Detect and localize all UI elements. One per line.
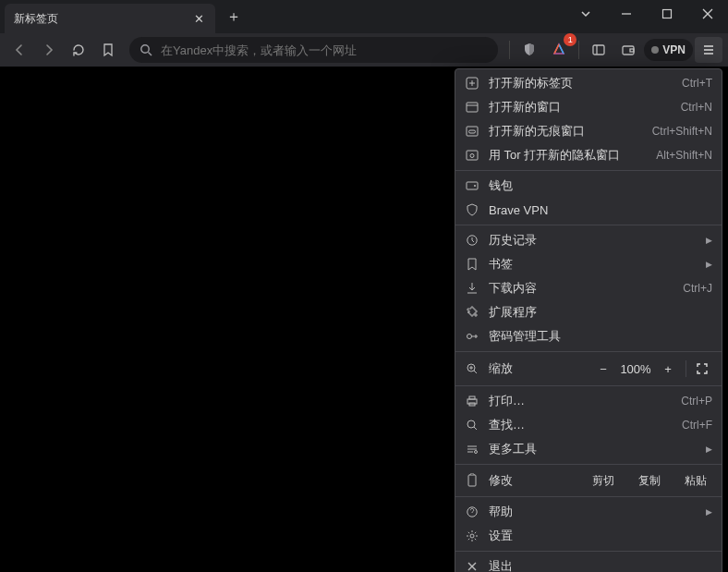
- gear-icon: [465, 529, 479, 543]
- menu-new-tab[interactable]: 打开新的标签页 Ctrl+T: [455, 71, 722, 95]
- menu-item-label: 帮助: [489, 504, 694, 520]
- menu-print[interactable]: 打印… Ctrl+P: [455, 389, 722, 413]
- svg-point-28: [475, 451, 478, 454]
- menu-wallet[interactable]: 钱包: [455, 174, 722, 198]
- incognito-icon: [465, 124, 479, 139]
- svg-point-26: [467, 420, 475, 428]
- cut-button[interactable]: 剪切: [587, 471, 620, 491]
- edit-label: 修改: [489, 472, 577, 489]
- tab-close-icon[interactable]: ✕: [191, 11, 206, 26]
- window-controls: [565, 0, 728, 33]
- svg-rect-6: [623, 46, 634, 55]
- menu-edit-row: 修改 剪切 复制 粘贴: [455, 468, 722, 493]
- address-input[interactable]: [161, 43, 489, 57]
- hamburger-menu-button[interactable]: [695, 37, 722, 63]
- svg-point-17: [470, 154, 474, 158]
- svg-rect-12: [467, 103, 478, 112]
- menu-item-shortcut: Ctrl+P: [681, 395, 712, 408]
- svg-line-27: [474, 427, 477, 430]
- bookmark-icon: [465, 257, 479, 272]
- new-tab-icon: [465, 76, 479, 91]
- download-icon: [465, 281, 479, 296]
- bookmark-button[interactable]: [94, 37, 122, 63]
- menu-zoom-row: 缩放 − 100% +: [455, 355, 722, 383]
- menu-new-window[interactable]: 打开新的窗口 Ctrl+N: [455, 95, 722, 119]
- menu-item-label: 设置: [489, 528, 712, 544]
- toolbar: 1 VPN: [0, 33, 728, 67]
- menu-exit[interactable]: 退出: [455, 554, 722, 572]
- window-minimize-button[interactable]: [606, 0, 647, 28]
- menu-item-label: 打开新的窗口: [489, 99, 672, 116]
- find-icon: [465, 418, 479, 432]
- svg-point-19: [474, 185, 476, 187]
- zoom-value: 100%: [615, 362, 656, 376]
- menu-separator: [455, 225, 722, 225]
- menu-item-shortcut: Ctrl+F: [682, 419, 712, 432]
- toolbar-separator: [509, 41, 510, 59]
- wallet-button[interactable]: [614, 37, 642, 63]
- toolbar-separator: [578, 41, 579, 59]
- back-button[interactable]: [6, 37, 33, 63]
- svg-line-3: [149, 53, 152, 56]
- menu-brave-vpn[interactable]: Brave VPN: [455, 198, 722, 222]
- main-menu: 打开新的标签页 Ctrl+T 打开新的窗口 Ctrl+N 打开新的无痕窗口 Ct…: [455, 68, 722, 572]
- tab-active[interactable]: 新标签页 ✕: [5, 4, 215, 33]
- window-close-button[interactable]: [687, 0, 728, 28]
- menu-item-label: 书签: [489, 256, 694, 273]
- titlebar: 新标签页 ✕ ＋: [0, 0, 728, 33]
- vpn-button[interactable]: VPN: [644, 39, 693, 61]
- key-icon: [465, 329, 479, 344]
- menu-find[interactable]: 查找… Ctrl+F: [455, 413, 722, 437]
- paste-button[interactable]: 粘贴: [679, 471, 712, 491]
- zoom-in-button[interactable]: +: [656, 359, 680, 379]
- svg-rect-18: [467, 182, 478, 189]
- menu-extensions[interactable]: 扩展程序: [455, 300, 722, 324]
- svg-rect-1: [663, 10, 672, 18]
- menu-item-shortcut: Ctrl+N: [681, 101, 712, 114]
- print-icon: [465, 394, 479, 408]
- menu-item-label: Brave VPN: [489, 203, 712, 217]
- copy-button[interactable]: 复制: [633, 471, 666, 491]
- reload-button[interactable]: [65, 37, 92, 63]
- menu-more-tools[interactable]: 更多工具 ▶: [455, 437, 722, 461]
- menu-passwords[interactable]: 密码管理工具: [455, 324, 722, 348]
- menu-item-shortcut: Ctrl+Shift+N: [652, 125, 712, 138]
- brave-shields-button[interactable]: [516, 37, 543, 63]
- window-maximize-button[interactable]: [647, 0, 687, 28]
- zoom-label: 缩放: [489, 360, 582, 377]
- menu-item-label: 打开新的标签页: [489, 75, 673, 91]
- menu-separator: [455, 464, 722, 465]
- forward-button[interactable]: [35, 37, 63, 63]
- brave-rewards-button[interactable]: 1: [545, 37, 573, 63]
- sidepanel-button[interactable]: [585, 37, 613, 63]
- rewards-badge: 1: [564, 33, 576, 46]
- menu-new-tor-window[interactable]: 用 Tor 打开新的隐私窗口 Alt+Shift+N: [455, 143, 722, 167]
- menu-history[interactable]: 历史记录 ▶: [455, 228, 722, 252]
- svg-rect-29: [468, 475, 476, 486]
- menu-separator: [455, 170, 722, 171]
- submenu-arrow-icon: ▶: [703, 260, 712, 269]
- menu-settings[interactable]: 设置: [455, 524, 722, 548]
- menu-item-label: 钱包: [489, 177, 712, 194]
- fullscreen-button[interactable]: [692, 359, 712, 379]
- menu-bookmarks[interactable]: 书签 ▶: [455, 252, 722, 276]
- zoom-icon: [465, 361, 479, 376]
- address-bar[interactable]: [129, 37, 498, 63]
- menu-new-private-window[interactable]: 打开新的无痕窗口 Ctrl+Shift+N: [455, 119, 722, 143]
- new-tab-button[interactable]: ＋: [221, 0, 247, 33]
- menu-downloads[interactable]: 下载内容 Ctrl+J: [455, 276, 722, 300]
- svg-point-21: [467, 335, 472, 339]
- menu-item-shortcut: Alt+Shift+N: [656, 149, 712, 162]
- menu-help[interactable]: 帮助 ▶: [455, 500, 722, 524]
- svg-rect-14: [467, 127, 478, 136]
- window-dropdown-icon[interactable]: [565, 0, 606, 28]
- svg-rect-4: [593, 45, 604, 55]
- zoom-out-button[interactable]: −: [591, 359, 615, 379]
- menu-separator: [455, 496, 722, 497]
- menu-separator: [455, 385, 722, 386]
- menu-item-label: 历史记录: [489, 232, 694, 249]
- menu-item-label: 扩展程序: [489, 304, 712, 321]
- search-icon: [139, 43, 153, 57]
- menu-separator: [455, 551, 722, 552]
- shield-icon: [465, 202, 479, 217]
